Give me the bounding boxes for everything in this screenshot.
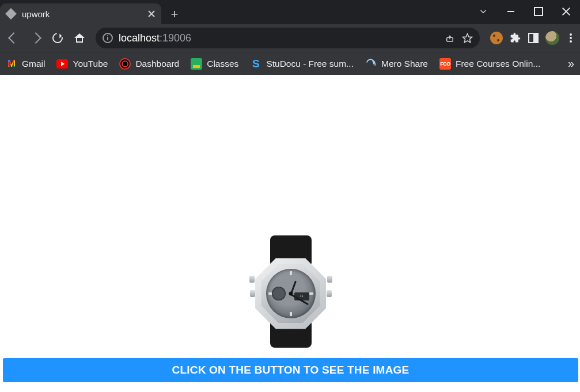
url-text: localhost:19006: [119, 32, 191, 44]
home-icon: [74, 33, 85, 43]
arrow-right-icon: [30, 32, 41, 44]
reload-icon: [50, 31, 65, 45]
bookmark-dashboard[interactable]: Dashboard: [119, 58, 179, 70]
window-controls: [469, 0, 580, 23]
watch-center: [289, 292, 293, 296]
tab-strip: upwork +: [0, 0, 580, 24]
watch-case: G-SHOCK 36: [254, 257, 328, 330]
extension-cookie-icon[interactable]: [490, 32, 503, 44]
bookmark-label: Gmail: [22, 59, 45, 69]
site-info-icon[interactable]: [103, 33, 113, 43]
watch-dial: 36: [266, 269, 316, 318]
arrow-left-icon: [8, 32, 20, 44]
bookmark-label: Classes: [207, 59, 238, 69]
bookmark-label: Free Courses Onlin...: [456, 59, 540, 69]
studocu-icon: S: [250, 58, 261, 70]
bookmark-label: Dashboard: [135, 59, 179, 69]
puzzle-icon: [510, 32, 521, 44]
image-area: G-SHOCK 36: [3, 75, 578, 358]
tab-search-button[interactable]: [469, 0, 497, 23]
plus-icon: +: [171, 8, 179, 21]
bookmark-freecourses[interactable]: FCO Free Courses Onlin...: [439, 58, 540, 70]
new-tab-button[interactable]: +: [165, 5, 184, 24]
window-close-button[interactable]: [552, 0, 580, 23]
page-viewport: G-SHOCK 36: [0, 75, 580, 392]
address-bar[interactable]: localhost:19006: [96, 28, 480, 48]
watch-button-br: [327, 290, 332, 297]
window-minimize-button[interactable]: [497, 0, 525, 23]
tab-favicon: [6, 9, 16, 19]
bookmark-label: YouTube: [73, 59, 108, 69]
bookmarks-overflow-button[interactable]: »: [568, 57, 574, 70]
bookmark-meroshare[interactable]: Mero Share: [365, 58, 428, 70]
tab-title: upwork: [22, 9, 147, 19]
svg-marker-1: [463, 33, 472, 42]
meroshare-icon: [365, 58, 377, 70]
reload-button[interactable]: [48, 29, 67, 47]
fco-icon: FCO: [439, 58, 451, 70]
browser-chrome: upwork + localhost:19006: [0, 0, 580, 75]
chevron-down-icon: [478, 6, 488, 17]
forward-button[interactable]: [26, 29, 45, 47]
toolbar-right: [490, 31, 575, 45]
bookmark-youtube[interactable]: YouTube: [56, 58, 108, 70]
share-icon: [445, 33, 455, 43]
product-image: G-SHOCK 36: [248, 235, 334, 348]
classes-icon: [191, 58, 202, 70]
window-maximize-button[interactable]: [525, 0, 552, 23]
home-button[interactable]: [70, 29, 89, 47]
watch-button-bl: [250, 290, 255, 297]
navigation-bar: localhost:19006: [0, 24, 580, 52]
button-label: CLICK ON THE BUTTON TO SEE THE IMAGE: [172, 364, 410, 376]
star-icon: [462, 33, 473, 44]
show-image-button[interactable]: CLICK ON THE BUTTON TO SEE THE IMAGE: [3, 358, 578, 382]
dial-marker: [290, 271, 292, 275]
bookmark-gmail[interactable]: M Gmail: [6, 58, 45, 70]
url-port: :19006: [160, 32, 191, 44]
bookmark-label: Mero Share: [381, 59, 428, 69]
watch-digital-value: 36: [300, 295, 303, 298]
bookmarks-bar: M Gmail YouTube Dashboard Classes S StuD…: [0, 52, 580, 75]
close-tab-icon[interactable]: [147, 10, 156, 18]
dashboard-icon: [119, 58, 131, 70]
chrome-menu-button[interactable]: [566, 32, 575, 44]
watch-button-tr: [327, 276, 332, 283]
watch-button-tl: [249, 276, 255, 283]
bookmark-star-button[interactable]: [461, 32, 473, 44]
side-panel-button[interactable]: [528, 33, 539, 43]
profile-avatar[interactable]: [545, 31, 559, 45]
active-tab[interactable]: upwork: [0, 3, 161, 24]
watch-subdial: [272, 287, 286, 300]
dial-marker: [290, 312, 292, 316]
bookmark-label: StuDocu - Free sum...: [266, 59, 354, 69]
page-content: G-SHOCK 36: [3, 75, 578, 382]
dial-marker: [309, 292, 313, 295]
bookmark-classes[interactable]: Classes: [191, 58, 238, 70]
back-button[interactable]: [5, 29, 23, 47]
share-button[interactable]: [444, 32, 456, 44]
youtube-icon: [56, 58, 68, 70]
extensions-button[interactable]: [510, 32, 521, 44]
bookmark-studocu[interactable]: S StuDocu - Free sum...: [250, 58, 354, 70]
gmail-icon: M: [6, 58, 17, 70]
watch-bezel: G-SHOCK 36: [260, 263, 321, 324]
url-host: localhost: [119, 32, 160, 44]
